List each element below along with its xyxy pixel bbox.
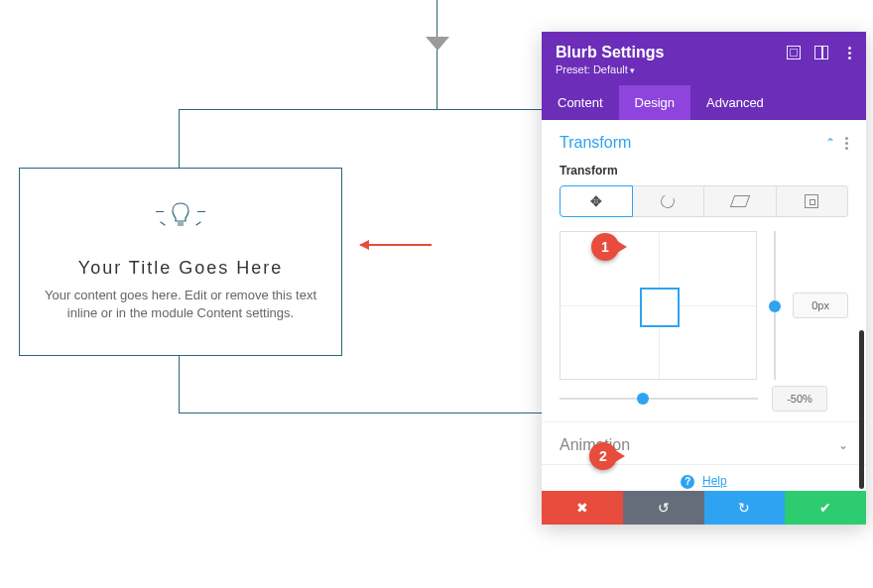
close-icon: ✖: [576, 500, 588, 516]
transform-mode-buttons: ✥: [560, 185, 848, 217]
transform-rotate-button[interactable]: [633, 185, 705, 217]
insert-indicator-icon: [426, 37, 449, 51]
redo-button[interactable]: ↻: [704, 491, 786, 525]
move-icon: ✥: [590, 193, 602, 209]
lightbulb-icon: [170, 201, 191, 236]
skew-icon: [730, 195, 750, 207]
section-transform-header[interactable]: Transform ⌃: [560, 134, 848, 152]
chevron-up-icon: ⌃: [825, 136, 835, 150]
blurb-title: Your Title Goes Here: [78, 258, 283, 279]
canvas-area: Your Title Goes Here Your content goes h…: [0, 0, 542, 588]
horizontal-offset-slider[interactable]: [560, 392, 758, 406]
origin-icon: [805, 194, 818, 208]
scrollbar[interactable]: [859, 330, 864, 489]
check-icon: ✔: [819, 500, 831, 516]
blurb-module[interactable]: Your Title Goes Here Your content goes h…: [19, 168, 342, 356]
callout-1: 1: [591, 233, 619, 261]
redo-icon: ↻: [738, 500, 750, 516]
tab-design[interactable]: Design: [619, 85, 690, 120]
discard-button[interactable]: ✖: [542, 491, 623, 525]
transform-origin-button[interactable]: [777, 185, 849, 217]
expand-icon[interactable]: [787, 46, 801, 59]
annotation-arrow: [360, 244, 432, 246]
chevron-down-icon: ⌄: [838, 438, 848, 452]
section-options-icon[interactable]: [845, 137, 848, 150]
callout-2: 2: [589, 442, 617, 470]
structure-vertical-line: [436, 0, 437, 109]
tab-bar: Content Design Advanced: [542, 85, 866, 120]
vertical-offset-value[interactable]: 0px: [793, 293, 848, 318]
tab-content[interactable]: Content: [542, 85, 619, 120]
transform-move-button[interactable]: ✥: [560, 185, 633, 217]
panel-header: Blurb Settings Preset: Default: [542, 32, 866, 85]
transform-skew-button[interactable]: [704, 185, 777, 217]
undo-icon: ↺: [658, 500, 670, 516]
help-row: ? Help: [542, 465, 866, 491]
help-link[interactable]: Help: [702, 474, 727, 488]
vertical-offset-slider[interactable]: [767, 231, 783, 380]
footer-buttons: ✖ ↺ ↻ ✔: [542, 491, 866, 525]
preset-dropdown[interactable]: Preset: Default: [556, 63, 852, 75]
help-icon[interactable]: ?: [681, 475, 694, 489]
blurb-description: Your content goes here. Edit or remove t…: [40, 287, 321, 322]
rotate-icon: [659, 192, 677, 210]
tab-advanced[interactable]: Advanced: [690, 85, 780, 120]
section-transform: Transform ⌃ Transform ✥: [542, 120, 866, 422]
undo-button[interactable]: ↺: [623, 491, 704, 525]
more-options-icon[interactable]: [842, 46, 856, 59]
horizontal-offset-value[interactable]: -50%: [772, 386, 827, 412]
transform-section-title: Transform: [560, 134, 631, 152]
transform-canvas[interactable]: [560, 231, 757, 380]
transform-handle[interactable]: [640, 288, 680, 327]
save-button[interactable]: ✔: [785, 491, 866, 525]
transform-label: Transform: [560, 164, 848, 177]
split-view-icon[interactable]: [814, 46, 828, 59]
panel-body: Transform ⌃ Transform ✥: [542, 120, 866, 491]
